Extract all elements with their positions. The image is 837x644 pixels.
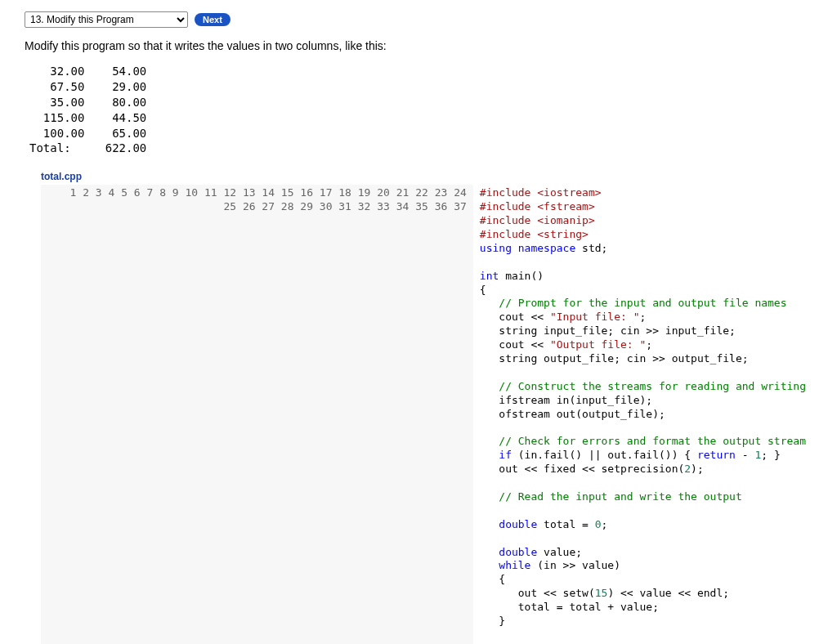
source-filename: total.cpp [41, 171, 812, 182]
problem-prompt: Modify this program so that it writes th… [25, 39, 812, 52]
topbar: 13. Modify this Program Next [25, 11, 812, 28]
example-output: 32.00 54.00 67.50 29.00 35.00 80.00 115.… [29, 64, 812, 156]
next-button[interactable]: Next [195, 13, 231, 26]
page-root: 13. Modify this Program Next Modify this… [0, 0, 837, 644]
problem-dropdown[interactable]: 13. Modify this Program [25, 11, 188, 28]
code-body: #include <iostream> #include <fstream> #… [473, 185, 812, 644]
code-editor: 1 2 3 4 5 6 7 8 9 10 11 12 13 14 15 16 1… [41, 185, 812, 644]
line-number-gutter: 1 2 3 4 5 6 7 8 9 10 11 12 13 14 15 16 1… [41, 185, 473, 644]
